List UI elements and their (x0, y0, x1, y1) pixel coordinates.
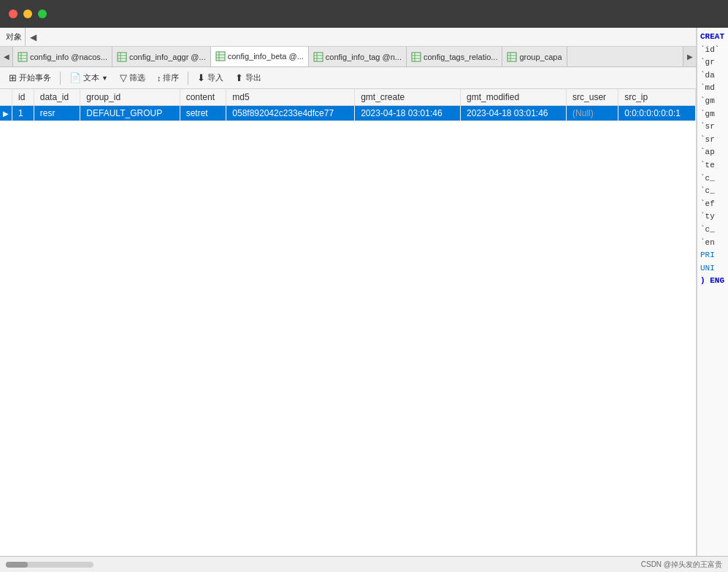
cell-group-id: DEFAULT_GROUP (80, 106, 180, 121)
minimize-button[interactable] (23, 9, 32, 18)
col-content[interactable]: content (180, 89, 226, 106)
cell-id: 1 (12, 106, 34, 121)
tab-config-info-aggr[interactable]: config_info_aggr @... (112, 47, 211, 67)
begin-transaction-label: 开始事务 (19, 72, 51, 83)
export-label: 导出 (245, 72, 261, 83)
sql-line-pri: PRI (699, 249, 727, 262)
tab-nav-left[interactable]: ◀ (0, 47, 13, 67)
export-icon: ⬆ (235, 72, 243, 83)
tab-label: config_info @nacos... (30, 53, 107, 61)
transaction-icon: ⊞ (9, 72, 17, 83)
sort-icon: ↕ (157, 74, 161, 83)
table-icon (117, 52, 127, 62)
data-table: id data_id group_id content md5 gmt_crea… (0, 89, 696, 121)
filter-button[interactable]: ▽ 筛选 (115, 71, 150, 85)
cell-gmt-modified: 2023-04-18 03:01:46 (461, 106, 567, 121)
col-indicator (0, 89, 12, 106)
text-dropdown-icon: ▼ (101, 75, 108, 82)
svg-rect-12 (314, 53, 323, 61)
attribution-text: CSDN @掉头发的王富贵 (641, 560, 722, 570)
cell-gmt-create: 2023-04-18 03:01:46 (355, 106, 461, 121)
tab-label: config_info_aggr @... (129, 53, 206, 61)
sql-line-gr: `gr (699, 56, 727, 69)
cell-md5: 058f892042c233e4dfce77 (226, 106, 355, 121)
cell-src-user: (Null) (567, 106, 618, 121)
text-icon: 📄 (69, 72, 81, 83)
tab-label: config_info_beta @... (228, 52, 304, 61)
separator (60, 72, 61, 85)
filter-icon: ▽ (120, 72, 127, 83)
horizontal-scrollbar[interactable] (6, 562, 93, 568)
svg-rect-16 (412, 53, 421, 61)
maximize-button[interactable] (38, 9, 47, 18)
tab-config-info[interactable]: config_info @nacos... (13, 47, 112, 67)
row-indicator: ▶ (0, 106, 12, 121)
svg-rect-8 (216, 52, 225, 61)
import-button[interactable]: ⬇ 导入 (193, 71, 228, 85)
tab-nav-right[interactable]: ▶ (683, 47, 696, 67)
svg-rect-20 (507, 53, 516, 61)
col-src-user[interactable]: src_user (567, 89, 618, 106)
sql-line-uni: UNI (699, 262, 727, 275)
table-icon (411, 52, 421, 62)
col-group-id[interactable]: group_id (80, 89, 180, 106)
sql-line-ef: `ef (699, 198, 727, 211)
sql-line-create: CREAT (699, 31, 727, 44)
sql-line-ty: `ty (699, 210, 727, 224)
main-container: 对象 ◀ ◀ config_info @nacos... (0, 28, 728, 572)
sql-line-en: `en (699, 237, 727, 250)
table-icon (313, 52, 323, 62)
col-id[interactable]: id (12, 89, 34, 106)
svg-rect-4 (118, 53, 126, 61)
tab-config-tags-relatio[interactable]: config_tags_relatio... (407, 47, 503, 67)
export-button[interactable]: ⬆ 导出 (231, 71, 266, 85)
object-toolbar: 对象 ◀ (0, 28, 696, 47)
sql-panel: CREAT `id` `gr `da `md `gm `gm `sr `sr `… (697, 28, 728, 572)
sql-line-eng: ) ENG (699, 275, 727, 288)
col-data-id[interactable]: data_id (34, 89, 80, 106)
col-md5[interactable]: md5 (226, 89, 355, 106)
table-header-row: id data_id group_id content md5 gmt_crea… (0, 89, 696, 106)
table-icon (507, 52, 517, 62)
sql-line-c2: `c_ (699, 185, 727, 198)
data-table-container: id data_id group_id content md5 gmt_crea… (0, 89, 696, 572)
status-bar: CSDN @掉头发的王富贵 (0, 556, 728, 572)
table-row[interactable]: ▶ 1 resr DEFAULT_GROUP setret 058f892042… (0, 106, 696, 121)
sort-label: 排序 (163, 72, 179, 83)
col-gmt-modified[interactable]: gmt_modified (461, 89, 567, 106)
filter-label: 筛选 (129, 72, 145, 83)
sql-line-ap: `ap (699, 146, 727, 159)
sql-line-c3: `c_ (699, 224, 727, 237)
sql-line-sr2: `sr (699, 134, 727, 147)
tab-label: config_tags_relatio... (424, 53, 498, 61)
col-src-ip[interactable]: src_ip (618, 89, 696, 106)
separator2 (188, 72, 188, 85)
sort-button[interactable]: ↕ 排序 (153, 71, 184, 85)
sql-line-sr1: `sr (699, 121, 727, 134)
tab-label: group_capa (519, 53, 562, 61)
close-button[interactable] (9, 9, 18, 18)
object-label: 对象 (3, 28, 26, 46)
svg-rect-0 (18, 53, 27, 61)
begin-transaction-button[interactable]: ⊞ 开始事务 (4, 71, 55, 85)
sql-line-md: `md (699, 82, 727, 95)
sql-line-te: `te (699, 159, 727, 172)
tab-bar: ◀ config_info @nacos... config_info_a (0, 47, 696, 67)
scrollbar-thumb[interactable] (6, 562, 28, 568)
sql-line-gm1: `gm (699, 95, 727, 108)
tab-group-capa[interactable]: group_capa (502, 47, 567, 67)
col-gmt-create[interactable]: gmt_create (355, 89, 461, 106)
text-button[interactable]: 📄 文本 ▼ (65, 71, 112, 85)
titlebar (0, 0, 728, 28)
nav-left-icon[interactable]: ◀ (27, 32, 39, 42)
sql-line-c1: `c_ (699, 172, 727, 186)
sql-line-da: `da (699, 69, 727, 83)
import-icon: ⬇ (197, 72, 205, 83)
table-icon (215, 51, 226, 61)
cell-content: setret (180, 106, 226, 121)
tab-config-info-beta[interactable]: config_info_beta @... (211, 47, 309, 67)
row-arrow-icon: ▶ (3, 110, 9, 118)
tab-config-info-tag[interactable]: config_info_tag @n... (309, 47, 407, 67)
action-toolbar: ⊞ 开始事务 📄 文本 ▼ ▽ 筛选 ↕ 排序 ⬇ 导入 (0, 67, 696, 89)
table-icon (18, 52, 28, 62)
